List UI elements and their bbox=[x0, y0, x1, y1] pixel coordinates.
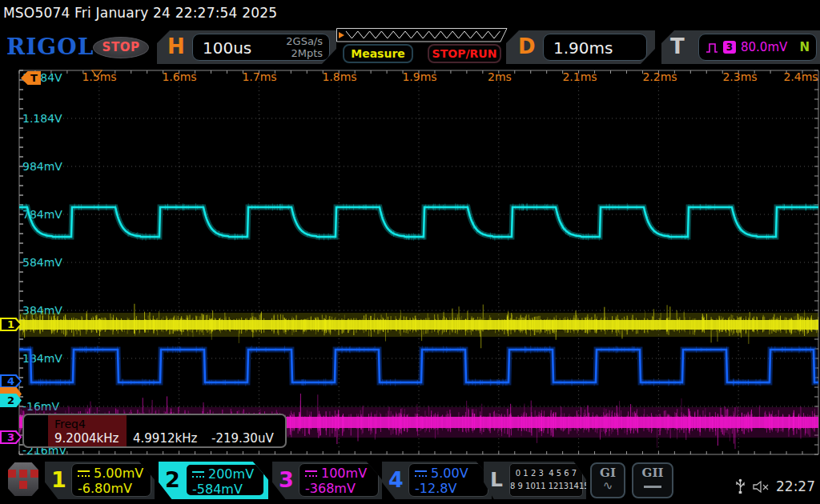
time-label: 1.8ms bbox=[322, 70, 356, 83]
axis-labels: 1.5ms1.6ms1.7ms1.8ms1.9ms2ms2.1ms2.2ms2.… bbox=[22, 70, 818, 457]
channel3-box[interactable]: 3 100mV -368mV bbox=[272, 462, 382, 499]
measurement-label: Freq1 bbox=[133, 418, 200, 431]
sine-wave-icon: ∿ bbox=[592, 480, 624, 491]
channel2-scale: 200mV bbox=[208, 466, 254, 482]
la-panel: 0 1 2 3 4 5 6 7 8 9 1011 12131415 bbox=[509, 463, 583, 497]
channel4-box[interactable]: 4 5.00V -12.8V bbox=[382, 462, 492, 499]
sound-muted-icon[interactable] bbox=[752, 480, 770, 494]
ch4-trace bbox=[19, 346, 818, 386]
dc-coupling-icon bbox=[415, 470, 427, 477]
channel3-offset: -368mV bbox=[305, 481, 356, 496]
channel3-number: 3 bbox=[279, 467, 294, 492]
time-label: 2.1ms bbox=[562, 70, 597, 83]
clock: 22:27 bbox=[776, 478, 815, 494]
time-label: 2.4ms bbox=[783, 70, 818, 83]
gii-label: GII bbox=[633, 466, 672, 480]
measurement-freq4[interactable]: Freq4 9.2004kHz bbox=[48, 415, 127, 446]
channel1-panel: 5.00mV -6.80mV bbox=[71, 463, 151, 497]
time-label: 1.7ms bbox=[242, 70, 276, 83]
la-digits-row2: 8 9 1011 12131415 bbox=[510, 480, 582, 493]
usb-icon bbox=[735, 478, 746, 494]
time-label: 2.3ms bbox=[722, 70, 757, 83]
channel1-box[interactable]: 1 5.00mV -6.80mV bbox=[45, 462, 155, 499]
ch2-trace bbox=[19, 203, 818, 241]
time-label: 2ms bbox=[488, 70, 512, 83]
measurement-label: Freq4 bbox=[54, 418, 122, 431]
volt-label: 984mV bbox=[22, 160, 62, 173]
channel2-offset: -584mV bbox=[192, 482, 243, 497]
measurement-popup[interactable]: Freq4 9.2004kHz Freq1 4.9912kHz Vavg1 -2… bbox=[22, 414, 287, 448]
popup-lead-cell bbox=[24, 415, 48, 446]
measurement-freq1[interactable]: Freq1 4.9912kHz bbox=[127, 415, 205, 446]
measurement-label: Vavg1 bbox=[211, 418, 279, 431]
channel1-scale: 5.00mV bbox=[94, 466, 143, 481]
measurement-value: -219.30uV bbox=[211, 431, 279, 446]
dc-coupling-icon bbox=[78, 470, 90, 477]
measurement-value: 9.2004kHz bbox=[54, 431, 122, 446]
volt-label: 584mV bbox=[22, 256, 62, 269]
dc-coupling-icon bbox=[192, 471, 204, 478]
la-label: L bbox=[490, 468, 503, 491]
measurement-vavg1[interactable]: Vavg1 -219.30uV bbox=[205, 415, 283, 446]
logic-analyzer-box[interactable]: L 0 1 2 3 4 5 6 7 8 9 1011 12131415 bbox=[484, 462, 586, 499]
channel3-panel: 100mV -368mV bbox=[299, 463, 379, 497]
la-digits-row1: 0 1 2 3 4 5 6 7 bbox=[510, 467, 582, 480]
gi-source-button[interactable]: GI ∿ bbox=[590, 462, 625, 498]
oscilloscope-screen: 1.5ms1.6ms1.7ms1.8ms1.9ms2ms2.1ms2.2ms2.… bbox=[0, 0, 820, 504]
channel4-scale: 5.00V bbox=[431, 466, 468, 481]
time-label: 2.2ms bbox=[642, 70, 677, 83]
time-label: 1.9ms bbox=[402, 70, 436, 83]
channel4-number: 4 bbox=[388, 467, 404, 492]
channel2-box[interactable]: 2 200mV -584mV bbox=[159, 462, 268, 499]
time-label: 1.6ms bbox=[162, 70, 196, 83]
dc-line-icon bbox=[644, 486, 661, 488]
volt-label: 1.184V bbox=[22, 112, 62, 125]
gii-source-button[interactable]: GII bbox=[632, 462, 673, 498]
channel2-panel: 200mV -584mV bbox=[185, 463, 265, 497]
channel3-scale: 100mV bbox=[321, 466, 367, 481]
channel4-panel: 5.00V -12.8V bbox=[408, 463, 488, 497]
status-tray: 22:27 bbox=[735, 478, 815, 494]
channel1-number: 1 bbox=[51, 467, 66, 492]
channel1-offset: -6.80mV bbox=[78, 481, 132, 496]
graticule bbox=[19, 70, 818, 454]
channel4-offset: -12.8V bbox=[415, 481, 456, 496]
measurement-value: 4.9912kHz bbox=[133, 431, 200, 446]
dc-coupling-icon bbox=[305, 470, 317, 477]
channel2-number: 2 bbox=[165, 467, 180, 492]
